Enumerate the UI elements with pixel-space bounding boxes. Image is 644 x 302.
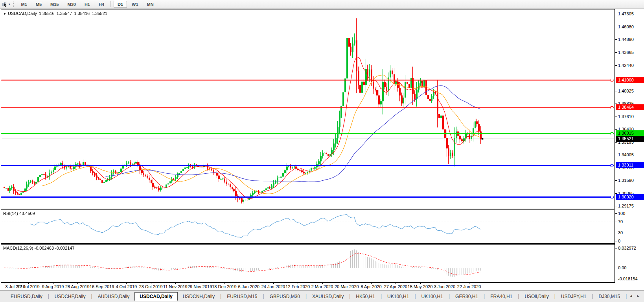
timeframe-d1-button[interactable]: D1 [114,1,127,8]
ohlc-close: 1.35521 [92,11,107,16]
timeframe-h4-button[interactable]: H4 [95,1,108,8]
tab-usoil-daily[interactable]: USOil,Daily [519,292,554,301]
chart-cursor-icon [2,2,8,7]
chart-symbol-label: USDCAD,Daily [8,11,37,16]
toolbar: ▾ M1 M5 M15 M30 H1 H4 D1 W1 MN [0,0,644,9]
tab-xauusd-daily[interactable]: XAUUSD,Daily [307,292,349,301]
tab-usdcad-daily[interactable]: USDCAD,Daily [134,292,177,301]
rsi-label: RSI(14) 43.4509 [3,211,35,216]
macd-signal-value: -0.002147 [55,246,75,250]
level-price-badge: 1.30020 [616,194,644,200]
timeframe-mn-button[interactable]: MN [143,1,158,8]
ohlc-open: 1.35516 [39,11,55,16]
tab-usdcnh-daily[interactable]: USDCNH,Daily [178,292,220,301]
current-price-badge: 1.35521 [616,136,644,142]
chart-menu-icon[interactable]: ▼ [3,12,6,16]
chart-tab-bar: EURUSD,Daily|USDCHF,Daily|AUDUSD,DailyUS… [0,290,644,302]
ohlc-high: 1.35547 [57,11,72,16]
macd-value: -0.002463 [34,246,54,250]
tab-gbpusd-m30[interactable]: GBPUSD,M30 [265,292,305,301]
toolbar-grip[interactable] [13,2,15,7]
timeframe-m1-button[interactable]: M1 [17,1,31,8]
tab-usdjpy-h1[interactable]: USDJPY,H1 [556,292,591,301]
tab-eurusd-daily[interactable]: EURUSD,Daily [6,292,48,301]
rsi-value: 43.4509 [19,211,35,216]
tab-scroll-left-icon[interactable]: ◄ [629,294,633,298]
level-price-badge: 1.41060 [616,77,644,83]
chart-canvas[interactable] [0,0,644,290]
toolbar-separator [110,1,111,7]
chevron-down-icon: ▾ [9,3,10,6]
timeframe-m5-button[interactable]: M5 [32,1,46,8]
tab-audusd-daily[interactable]: AUDUSD,Daily [93,292,135,301]
tab-separator: | [625,292,627,300]
chart-cursor-button[interactable]: ▾ [0,0,12,8]
timeframe-m30-button[interactable]: M30 [63,1,79,8]
level-price-badge: 1.38464 [616,104,644,110]
timeframe-m15-button[interactable]: M15 [46,1,63,8]
tab-eurusd-m15[interactable]: EURUSD,M15 [222,292,262,301]
tab-uk100-h1[interactable]: UK100,H1 [416,292,448,301]
tab-scroll-right-icon[interactable]: ► [637,294,640,298]
ohlc-low: 1.35416 [74,11,90,16]
tab-scroll-arrows: ◄ ► [629,292,640,298]
tab-dj30-m15[interactable]: DJ30,M15 [593,292,625,301]
chart-title: ▼USDCAD,Daily1.355161.355471.354161.3552… [3,11,107,16]
timeframe-h1-button[interactable]: H1 [81,1,94,8]
tab-uk100-h1[interactable]: UK100,H1 [382,292,414,301]
tab-hk50-h1[interactable]: HK50,H1 [351,292,380,301]
tab-ger30-h1[interactable]: GER30,H1 [450,292,483,301]
chart-tabs: EURUSD,Daily|USDCHF,Daily|AUDUSD,DailyUS… [6,292,627,301]
tab-fra40-h1[interactable]: FRA40,H1 [485,292,517,301]
macd-label: MACD(12,26,9) -0.002463 -0.002147 [3,246,75,250]
timeframe-w1-button[interactable]: W1 [128,1,142,8]
level-price-badge: 1.33011 [616,162,644,168]
tab-usdchf-daily[interactable]: USDCHF,Daily [50,292,91,301]
